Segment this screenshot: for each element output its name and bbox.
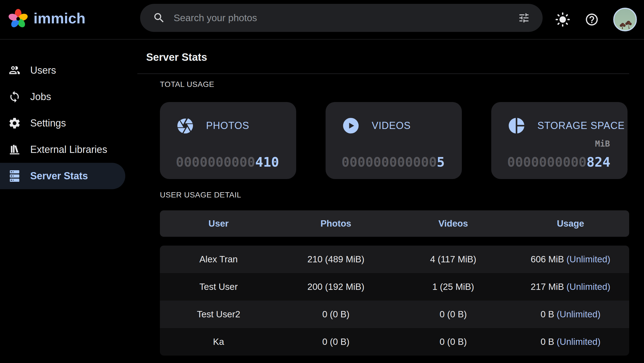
count-value: 410 (255, 154, 279, 170)
count-value: 5 (437, 154, 445, 170)
stat-card-storage: STORAGE SPACE MiB 0000000000824 (491, 102, 628, 179)
usage-value: 217 MiB (531, 282, 564, 292)
card-label: STORAGE SPACE (537, 120, 625, 131)
usage-quota: (Unlimited) (557, 309, 601, 319)
cell-videos: 0 (0 B) (395, 309, 512, 320)
search-input[interactable] (173, 12, 518, 24)
count-value: 824 (587, 154, 610, 170)
cell-videos: 4 (117 MiB) (395, 254, 512, 265)
total-usage-label: TOTAL USAGE (160, 80, 644, 89)
table-header-row: User Photos Videos Usage (160, 210, 629, 237)
table-row: Alex Tran 210 (489 MiB) 4 (117 MiB) 606 … (160, 246, 629, 273)
main-content: Server Stats TOTAL USAGE PHOTOS 00000000… (137, 39, 644, 363)
column-header-user: User (160, 218, 277, 229)
sidebar-item-label: Settings (30, 117, 66, 129)
page-title: Server Stats (146, 51, 644, 63)
title-divider (137, 73, 629, 74)
sidebar-item-users[interactable]: Users (0, 57, 129, 84)
cell-photos: 200 (192 MiB) (277, 282, 395, 292)
user-avatar[interactable] (613, 8, 637, 31)
sidebar-item-label: External Libraries (30, 144, 107, 155)
count-leading-zeros: 0000000000 (176, 154, 255, 170)
cell-photos: 0 (0 B) (277, 309, 395, 320)
cell-photos: 0 (0 B) (277, 337, 395, 347)
user-usage-label: USER USAGE DETAIL (160, 191, 644, 199)
sidebar: Users Jobs Settings External Libraries S… (0, 39, 129, 189)
app-header: immich (0, 0, 644, 40)
sidebar-item-jobs[interactable]: Jobs (0, 84, 129, 110)
cell-user: Test User2 (160, 309, 277, 320)
cell-usage: 0 B (Unlimited) (512, 337, 629, 347)
card-count: 0000000000005 (342, 154, 445, 170)
sidebar-item-label: Users (30, 65, 56, 76)
count-leading-zeros: 0000000000 (507, 154, 587, 170)
sidebar-item-external-libraries[interactable]: External Libraries (0, 136, 129, 163)
cell-usage: 217 MiB (Unlimited) (512, 282, 629, 292)
header-actions (555, 0, 637, 39)
stat-card-photos: PHOTOS 0000000000410 (160, 102, 296, 179)
user-usage-table: User Photos Videos Usage Alex Tran 210 (… (160, 210, 629, 356)
usage-quota: (Unlimited) (567, 282, 610, 292)
server-icon (8, 170, 21, 182)
card-label: VIDEOS (372, 120, 411, 131)
search-bar[interactable] (140, 4, 543, 32)
column-header-photos: Photos (277, 218, 395, 229)
sidebar-item-label: Server Stats (30, 170, 88, 182)
help-icon (585, 12, 599, 27)
usage-quota: (Unlimited) (567, 254, 610, 264)
avatar-palm-trees (618, 19, 634, 29)
cell-photos: 210 (489 MiB) (277, 254, 395, 265)
count-leading-zeros: 000000000000 (342, 154, 437, 170)
help-button[interactable] (585, 12, 599, 27)
cell-user: Ka (160, 337, 277, 347)
cell-usage: 606 MiB (Unlimited) (512, 254, 629, 265)
column-header-videos: Videos (395, 218, 512, 229)
usage-quota: (Unlimited) (557, 337, 601, 347)
table-row: Test User2 0 (0 B) 0 (0 B) 0 B (Unlimite… (160, 301, 629, 328)
usage-value: 0 B (540, 337, 554, 347)
storage-unit: MiB (595, 139, 610, 148)
search-filter-icon[interactable] (518, 12, 530, 24)
stat-card-videos: VIDEOS 0000000000005 (326, 102, 462, 179)
card-count: 0000000000410 (176, 154, 279, 170)
sync-icon (8, 90, 21, 103)
pie-chart-icon (507, 116, 526, 135)
card-label: PHOTOS (206, 120, 249, 131)
sidebar-item-settings[interactable]: Settings (0, 110, 129, 136)
usage-value: 0 B (540, 309, 554, 319)
usage-value: 606 MiB (531, 254, 564, 264)
app-logo-text: immich (34, 10, 85, 27)
play-circle-icon (342, 116, 360, 135)
search-icon (153, 12, 165, 24)
aperture-icon (176, 116, 195, 135)
app-logo: immich (7, 7, 85, 30)
cell-videos: 1 (25 MiB) (395, 282, 512, 292)
sidebar-item-server-stats[interactable]: Server Stats (0, 163, 125, 189)
table-body: Alex Tran 210 (489 MiB) 4 (117 MiB) 606 … (160, 246, 629, 356)
table-row: Test User 200 (192 MiB) 1 (25 MiB) 217 M… (160, 273, 629, 301)
theme-toggle-button[interactable] (555, 12, 570, 27)
column-header-usage: Usage (512, 218, 629, 229)
table-row: Ka 0 (0 B) 0 (0 B) 0 B (Unlimited) (160, 328, 629, 356)
users-icon (8, 64, 21, 77)
gear-icon (8, 117, 21, 130)
cell-user: Alex Tran (160, 254, 277, 265)
immich-logo-icon (7, 7, 29, 30)
bookshelf-icon (8, 143, 21, 156)
sidebar-item-label: Jobs (30, 91, 51, 103)
total-usage-cards: PHOTOS 0000000000410 VIDEOS 000000000000… (160, 102, 644, 179)
cell-videos: 0 (0 B) (395, 337, 512, 347)
cell-user: Test User (160, 282, 277, 292)
cell-usage: 0 B (Unlimited) (512, 309, 629, 320)
card-count: 0000000000824 (507, 154, 610, 170)
